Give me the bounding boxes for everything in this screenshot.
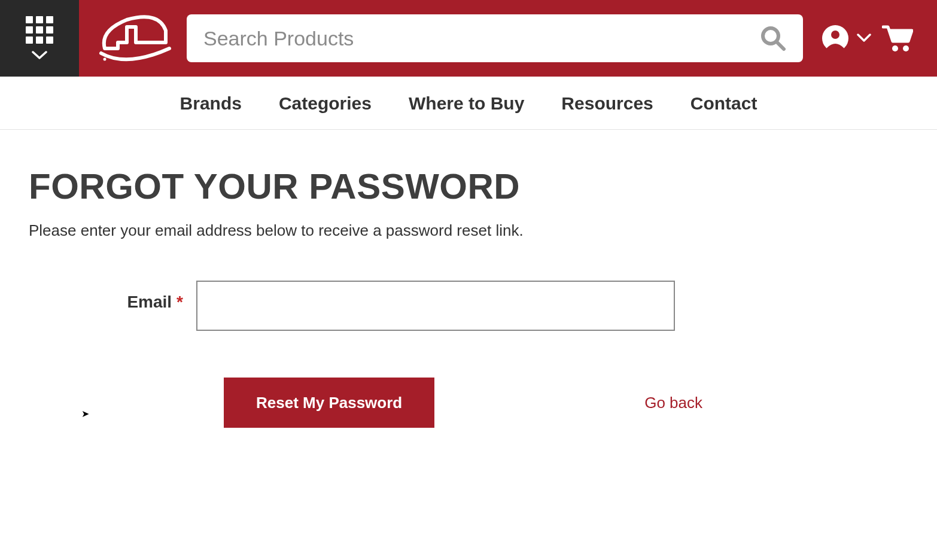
email-field[interactable]	[196, 281, 675, 331]
grid-icon	[26, 16, 53, 44]
search-bar	[187, 14, 803, 62]
page-subtitle: Please enter your email address below to…	[29, 221, 689, 240]
primary-nav: Brands Categories Where to Buy Resources…	[0, 77, 937, 130]
user-circle-icon	[821, 24, 850, 53]
main-content: FORGOT YOUR PASSWORD Please enter your e…	[0, 130, 718, 464]
required-mark: *	[177, 293, 183, 311]
svg-line-2	[777, 42, 784, 49]
chevron-down-icon	[857, 34, 871, 43]
go-back-link[interactable]: Go back	[644, 394, 702, 412]
svg-point-0	[104, 58, 107, 61]
search-input[interactable]	[203, 27, 760, 50]
page-title: FORGOT YOUR PASSWORD	[29, 166, 689, 207]
email-row: Email*	[29, 281, 689, 331]
search-icon[interactable]	[760, 25, 786, 51]
svg-point-4	[831, 31, 839, 39]
header-right	[821, 0, 937, 77]
cap-logo-icon	[94, 13, 172, 64]
nav-brands[interactable]: Brands	[180, 93, 242, 114]
nav-where-to-buy[interactable]: Where to Buy	[409, 93, 524, 114]
nav-contact[interactable]: Contact	[690, 93, 757, 114]
nav-resources[interactable]: Resources	[561, 93, 653, 114]
email-label: Email*	[29, 281, 196, 312]
svg-point-6	[903, 45, 909, 51]
top-bar	[0, 0, 937, 77]
nav-categories[interactable]: Categories	[279, 93, 372, 114]
svg-point-5	[892, 45, 898, 51]
email-label-text: Email	[127, 293, 172, 311]
chevron-down-icon	[32, 51, 47, 60]
account-menu-button[interactable]	[821, 24, 871, 53]
cart-icon[interactable]	[882, 25, 913, 52]
apps-menu-button[interactable]	[0, 0, 79, 77]
brand-logo[interactable]	[79, 0, 187, 77]
search-wrap	[187, 0, 821, 77]
actions-row: Reset My Password Go back	[224, 378, 702, 428]
reset-password-button[interactable]: Reset My Password	[224, 378, 434, 428]
